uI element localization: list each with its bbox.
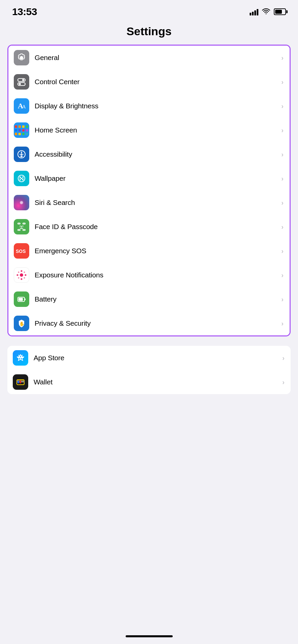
svg-rect-21: [23, 223, 25, 224]
accessibility-label: Accessibility: [35, 150, 279, 158]
svg-rect-37: [25, 299, 26, 300]
general-label: General: [35, 54, 279, 62]
battery-icon: [274, 8, 286, 15]
settings-row-accessibility[interactable]: Accessibility ›: [8, 142, 290, 166]
svg-point-19: [20, 201, 23, 204]
toggle-icon: [16, 77, 27, 87]
home-screen-chevron: ›: [281, 126, 284, 134]
svg-point-28: [21, 270, 23, 272]
exposure-icon: [16, 269, 27, 281]
exposure-chevron: ›: [281, 271, 284, 279]
accessibility-chevron: ›: [281, 151, 284, 158]
svg-point-25: [23, 226, 24, 227]
sos-icon: SOS: [15, 248, 28, 254]
svg-point-31: [25, 274, 27, 276]
settings-row-display-brightness[interactable]: A A Display & Brightness ›: [8, 94, 290, 118]
settings-section-main: General › Control Center › A A Display &…: [7, 45, 291, 336]
svg-point-32: [18, 272, 19, 273]
settings-row-app-store[interactable]: App Store ›: [7, 346, 291, 370]
battery-row-icon: [16, 294, 27, 304]
appstore-icon: [15, 353, 26, 363]
privacy-icon-wrapper: ✋: [14, 316, 29, 331]
page-title: Settings: [0, 21, 298, 45]
wallpaper-label: Wallpaper: [35, 174, 279, 182]
settings-section-apps: App Store › Wallet ›: [7, 346, 291, 394]
siri-icon-wrapper: [14, 195, 29, 210]
svg-rect-38: [18, 298, 23, 301]
siri-search-chevron: ›: [281, 199, 284, 207]
face-id-label: Face ID & Passcode: [35, 223, 279, 231]
emergency-sos-label: Emergency SOS: [35, 247, 279, 255]
homescreen-icon: [14, 123, 29, 137]
settings-row-general[interactable]: General ›: [8, 46, 290, 70]
wallpaper-icon-wrapper: [14, 171, 29, 186]
svg-point-1: [22, 79, 24, 81]
battery-icon-wrapper: [14, 291, 29, 307]
settings-row-exposure[interactable]: Exposure Notifications ›: [8, 263, 290, 287]
svg-point-15: [19, 179, 21, 180]
svg-point-33: [24, 272, 25, 273]
home-screen-icon-wrapper: [14, 122, 29, 138]
wifi-icon: [262, 8, 270, 15]
wallet-label: Wallet: [34, 378, 280, 386]
svg-point-27: [20, 273, 23, 277]
control-center-label: Control Center: [35, 78, 279, 86]
svg-rect-45: [17, 380, 24, 381]
control-center-chevron: ›: [281, 78, 284, 86]
appstore-icon-wrapper: [13, 350, 28, 366]
privacy-security-chevron: ›: [281, 320, 284, 327]
svg-point-35: [24, 277, 25, 279]
status-icons: [250, 8, 286, 15]
exposure-label: Exposure Notifications: [35, 271, 279, 279]
faceid-icon: [16, 222, 27, 232]
face-id-chevron: ›: [281, 223, 284, 231]
signal-bars-icon: [250, 8, 258, 15]
display-brightness-label: Display & Brightness: [35, 102, 279, 110]
emergency-sos-chevron: ›: [281, 247, 284, 255]
svg-rect-23: [23, 229, 25, 230]
battery-label: Battery: [35, 295, 279, 303]
svg-text:✋: ✋: [19, 321, 25, 327]
privacy-icon: ✋: [16, 318, 27, 328]
accessibility-icon: [16, 149, 27, 159]
settings-row-privacy-security[interactable]: ✋ Privacy & Security ›: [8, 311, 290, 335]
app-store-chevron: ›: [282, 354, 285, 362]
siri-icon: [17, 198, 26, 207]
display-icon-wrapper: A A: [14, 98, 29, 114]
settings-row-control-center[interactable]: Control Center ›: [8, 70, 290, 94]
settings-row-siri-search[interactable]: Siri & Search ›: [8, 191, 290, 215]
svg-rect-20: [18, 223, 20, 224]
privacy-security-label: Privacy & Security: [35, 319, 279, 327]
svg-point-30: [17, 274, 18, 276]
svg-point-24: [20, 226, 21, 227]
svg-point-16: [22, 179, 24, 180]
gear-icon: [16, 53, 27, 63]
settings-row-home-screen[interactable]: Home Screen ›: [8, 118, 290, 142]
settings-row-wallpaper[interactable]: Wallpaper ›: [8, 166, 290, 191]
control-center-icon-wrapper: [14, 74, 29, 90]
wallet-icon: [15, 377, 26, 387]
svg-point-34: [18, 277, 19, 279]
home-screen-label: Home Screen: [35, 126, 279, 134]
svg-point-3: [19, 83, 21, 85]
status-time: 13:53: [12, 6, 37, 17]
settings-row-face-id[interactable]: Face ID & Passcode ›: [8, 215, 290, 239]
general-chevron: ›: [281, 54, 284, 62]
exposure-icon-wrapper: [14, 267, 29, 283]
home-indicator: [126, 635, 173, 637]
svg-text:SOS: SOS: [16, 249, 26, 254]
display-brightness-chevron: ›: [281, 102, 284, 110]
status-bar: 13:53: [0, 0, 298, 21]
general-icon-wrapper: [14, 50, 29, 65]
battery-chevron: ›: [281, 296, 284, 303]
settings-row-wallet[interactable]: Wallet ›: [7, 370, 291, 394]
svg-text:A: A: [22, 104, 26, 109]
app-store-label: App Store: [34, 354, 280, 362]
svg-point-29: [21, 278, 23, 280]
wallpaper-icon: [16, 173, 27, 183]
settings-row-emergency-sos[interactable]: SOS Emergency SOS ›: [8, 239, 290, 263]
svg-point-13: [19, 176, 21, 178]
settings-row-battery[interactable]: Battery ›: [8, 287, 290, 311]
wallet-icon-wrapper: [13, 374, 28, 390]
siri-search-label: Siri & Search: [35, 199, 279, 207]
